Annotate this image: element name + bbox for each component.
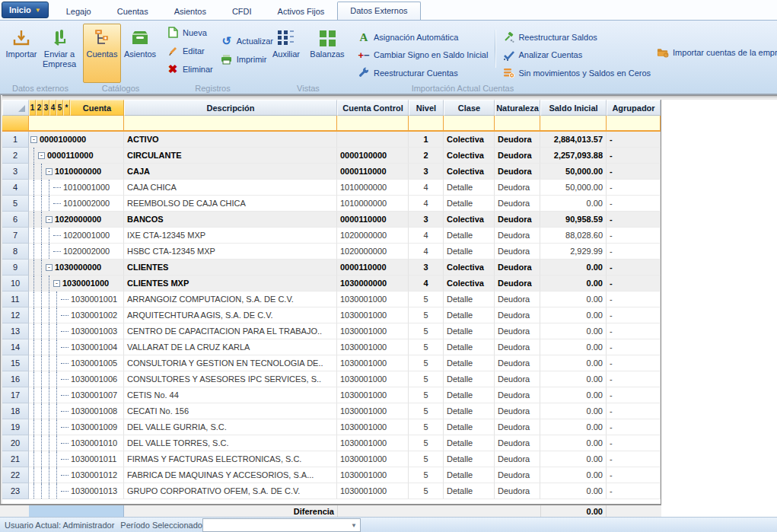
nueva-button[interactable]: Nueva — [164, 26, 215, 39]
cell-nivel: 4 — [409, 196, 444, 212]
column-header-cuenta[interactable]: Cuenta — [70, 100, 124, 116]
cell-agrupador: - — [607, 387, 661, 403]
filter-cell-cuenta[interactable] — [29, 116, 124, 132]
account-code: 1030001005 — [71, 358, 117, 368]
table-row[interactable]: 6-1020000000BANCOS00001100003ColectivaDe… — [2, 212, 661, 228]
reestructurar-cuentas-button[interactable]: Reestructurar Cuentas — [355, 67, 490, 79]
table-row[interactable]: 151030001005CONSULTORIA Y GESTION EN TEC… — [2, 355, 661, 371]
tree-guide — [49, 180, 49, 195]
table-row[interactable]: 51010002000REEMBOLSO DE CAJA CHICA101000… — [2, 196, 661, 212]
table-row[interactable]: 171030001007CETIS No. 4410300010005Detal… — [2, 387, 661, 403]
importar-cuentas-empresa-button[interactable]: Importar cuentas de la empresa actual — [654, 46, 777, 59]
level-button-2[interactable]: 2 — [36, 100, 43, 116]
cell-naturaleza: Deudora — [495, 435, 540, 451]
enviar-empresa-button[interactable]: Enviar a Empresa — [40, 24, 78, 83]
analizar-cuentas-button[interactable]: Analizar Cuentas — [500, 49, 653, 61]
reestructurar-saldos-button[interactable]: Reestructurar Saldos — [500, 31, 653, 43]
auxiliar-button[interactable]: Auxiliar — [267, 24, 305, 83]
level-button-3[interactable]: 3 — [43, 100, 49, 116]
table-row[interactable]: 161030001006CONSULTORES Y ASESORES IPC S… — [2, 371, 661, 387]
cambiar-signo-button[interactable]: +− Cambiar Signo en Saldo Inicial — [355, 49, 490, 61]
filter-cell-descripcion[interactable] — [124, 116, 337, 132]
grid-corner-cell[interactable] — [2, 100, 29, 116]
importar-button[interactable]: Importar — [2, 24, 40, 83]
asientos-button[interactable]: Asientos — [121, 24, 159, 83]
table-row[interactable]: 3-1010000000CAJA00001100003ColectivaDeud… — [2, 164, 661, 180]
balanzas-button[interactable]: Balanzas — [305, 24, 349, 83]
column-header-nivel[interactable]: Nivel — [409, 100, 444, 116]
table-row[interactable]: 81020002000HSBC CTA-12345 MXP10200000004… — [2, 244, 661, 260]
table-row[interactable]: 9-1030000000CLIENTES00001100003Colectiva… — [2, 260, 661, 276]
table-row[interactable]: 191030001009DEL VALLE GURRIA, S.C.103000… — [2, 419, 661, 435]
filter-cell-nivel[interactable] — [409, 116, 444, 132]
sin-movimientos-button[interactable]: Sin movimientos y Saldos en Ceros — [500, 67, 653, 79]
column-header-agrupador[interactable]: Agrupador — [607, 100, 661, 116]
asignacion-automatica-button[interactable]: A Asignación Automática — [355, 31, 490, 43]
filter-cell-cuenta-control[interactable] — [337, 116, 409, 132]
expand-collapse-box[interactable]: - — [46, 168, 53, 175]
table-row[interactable]: 10-1030001000CLIENTES MXP10300000004Cole… — [2, 276, 661, 291]
table-row[interactable]: 131030001003CENTRO DE CAPACITACION PARA … — [2, 323, 661, 339]
grid-right-edge — [661, 100, 661, 518]
table-row[interactable]: 2-0000110000CIRCULANTE00001000002Colecti… — [2, 148, 661, 164]
table-row[interactable]: 71020001000IXE CTA-12345 MXP10200000004D… — [2, 228, 661, 244]
tree-guide — [33, 419, 34, 435]
tab-legajo[interactable]: Legajo — [53, 2, 104, 20]
column-header-descripción[interactable]: Descripción — [124, 100, 337, 116]
cell-nivel: 3 — [409, 260, 444, 276]
tab-cuentas[interactable]: Cuentas — [104, 2, 161, 20]
level-button-5[interactable]: 5 — [56, 100, 63, 116]
table-row[interactable]: 141030001004VALLARAT DE LA CRUZ KARLA103… — [2, 339, 661, 355]
level-button-1[interactable]: 1 — [29, 100, 36, 116]
imprimir-label: Imprimir — [237, 55, 267, 64]
filter-cell-clase[interactable] — [444, 116, 495, 132]
row-number-cell: 15 — [2, 355, 29, 371]
cuentas-button[interactable]: Cuentas — [83, 24, 121, 83]
table-row[interactable]: 41010001000CAJA CHICA10100000004DetalleD… — [2, 180, 661, 196]
column-header-cuenta-control[interactable]: Cuenta Control — [337, 100, 409, 116]
cell-agrupador: - — [607, 307, 661, 323]
inicio-menu-button[interactable]: Inicio ▼ — [2, 2, 49, 18]
download-tray-icon — [11, 27, 31, 49]
table-row[interactable]: 221030001012FABRICA DE MAQUINAS Y ACCESO… — [2, 467, 661, 483]
cell-cuenta-control: 0000110000 — [337, 260, 409, 276]
table-row[interactable]: 121030001002ARQUITECHTURA AGIS, S.A. DE … — [2, 307, 661, 323]
cell-nivel: 5 — [409, 419, 444, 435]
table-row[interactable]: 181030001008CECATI No. 15610300010005Det… — [2, 403, 661, 419]
expand-collapse-box[interactable]: - — [30, 136, 37, 143]
expand-collapse-box[interactable]: - — [46, 216, 53, 223]
filter-cell-agrupador[interactable] — [607, 116, 661, 132]
column-header-saldo-inicial[interactable]: Saldo Inicial — [540, 100, 607, 116]
tab-datos-externos[interactable]: Datos Externos — [337, 2, 420, 20]
cell-saldo-inicial: 0.00 — [540, 483, 607, 499]
column-header-clase[interactable]: Clase — [444, 100, 495, 116]
accounts-tree-icon — [93, 27, 111, 49]
tab-asientos[interactable]: Asientos — [161, 2, 219, 20]
filter-cell-naturaleza[interactable] — [495, 116, 540, 132]
tab-activos-fijos[interactable]: Activos Fijos — [265, 2, 338, 20]
level-button-4[interactable]: 4 — [49, 100, 56, 116]
table-row[interactable]: 201030001010DEL VALLE TORRES, S.C.103000… — [2, 435, 661, 451]
editar-button[interactable]: Editar — [164, 44, 215, 57]
tree-guide — [33, 244, 34, 259]
table-row[interactable]: 1-0000100000ACTIVO1ColectivaDeudora2,884… — [2, 132, 661, 148]
table-row[interactable]: 231030001013GRUPO CORPORATIVO OFEM, S.A.… — [2, 483, 661, 499]
group-separator — [495, 30, 495, 68]
cell-agrupador: - — [607, 435, 661, 451]
tree-branch — [61, 459, 68, 460]
expand-collapse-box[interactable]: - — [38, 152, 45, 159]
expand-collapse-box[interactable]: - — [53, 280, 60, 287]
printer-icon — [221, 53, 233, 65]
account-code: 1030001000 — [62, 279, 109, 288]
row-number-cell: 10 — [2, 276, 29, 291]
column-header-naturaleza[interactable]: Naturaleza — [495, 100, 540, 116]
periodo-combobox[interactable]: ▼ — [202, 518, 361, 532]
expand-collapse-box[interactable]: - — [46, 264, 53, 271]
tab-cfdi[interactable]: CFDI — [219, 2, 265, 20]
table-row[interactable]: 211030001011FIRMAS Y FACTURAS ELECTRONIC… — [2, 451, 661, 467]
table-row[interactable]: 111030001001ARRANGOIZ COMPUTACION, S.A. … — [2, 291, 661, 307]
eliminar-button[interactable]: ✖ Eliminar — [164, 62, 215, 75]
level-button-*[interactable]: * — [63, 100, 70, 116]
ribbon-group-catalogos: Cuentas Asientos Catálogos — [81, 21, 161, 94]
filter-cell-saldo-inicial[interactable] — [540, 116, 607, 132]
